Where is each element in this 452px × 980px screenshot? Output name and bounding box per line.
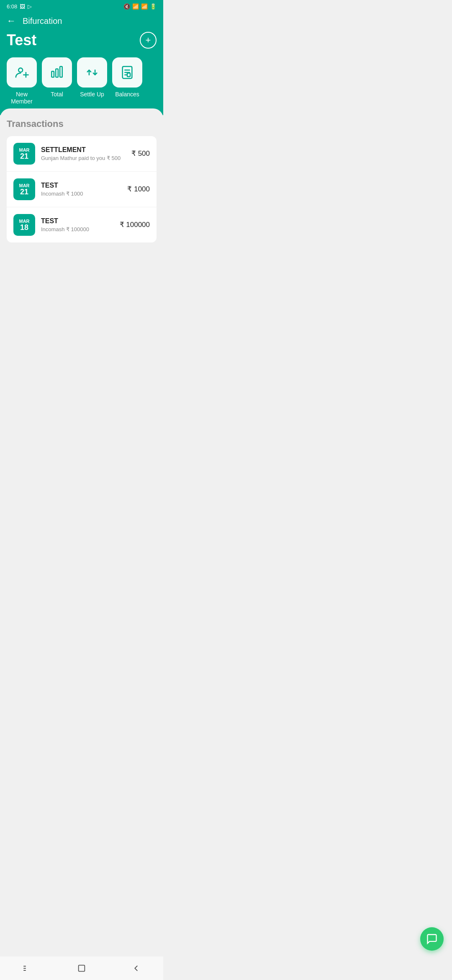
battery-icon: 🔋 [150,3,157,10]
date-month-3: Mar [19,219,29,224]
actions-row: NewMember Total Settle Up [7,57,157,115]
transaction-amount-1: ₹ 500 [131,149,150,158]
photo-icon: 🖼 [20,3,25,10]
signal-icon: 📶 [141,3,148,10]
transaction-info-3: TEST Incomash ₹ 100000 [41,217,114,232]
transactions-section-title: Transactions [7,119,157,129]
transaction-sub-2: Incomash ₹ 1000 [41,191,121,197]
transaction-list: Mar 21 SETTLEMENT Gunjan Mathur paid to … [7,136,157,242]
mute-icon: 🔇 [123,3,130,10]
date-day-2: 21 [20,188,28,196]
date-badge-3: Mar 18 [13,214,35,236]
status-left: 6:08 🖼 ▷ [7,3,32,10]
transaction-name-2: TEST [41,182,121,189]
page-title: Bifurcation [23,16,62,26]
status-bar: 6:08 🖼 ▷ 🔇 📶 📶 🔋 [0,0,163,11]
action-balances[interactable]: Balances [112,57,142,105]
transaction-info-1: SETTLEMENT Gunjan Mathur paid to you ₹ 5… [41,146,126,161]
header-nav: ← Bifurcation [7,15,157,26]
table-row[interactable]: Mar 18 TEST Incomash ₹ 100000 ₹ 100000 [7,207,157,242]
bar-chart-icon [50,65,64,80]
date-month-1: Mar [19,147,29,152]
header: ← Bifurcation Test + NewMember [0,11,163,115]
date-day-3: 18 [20,224,28,231]
balances-label: Balances [115,91,139,98]
content-area: Transactions Mar 21 SETTLEMENT Gunjan Ma… [0,108,163,360]
date-month-2: Mar [19,183,29,188]
table-row[interactable]: Mar 21 TEST Incomash ₹ 1000 ₹ 1000 [7,172,157,207]
status-time: 6:08 [7,3,17,10]
date-badge-2: Mar 21 [13,178,35,200]
settle-up-icon-box [77,57,107,88]
wifi-icon: 📶 [132,3,139,10]
document-icon [120,65,134,80]
group-title: Test [7,31,36,49]
transaction-name-3: TEST [41,217,114,225]
svg-rect-4 [56,69,58,77]
transaction-amount-3: ₹ 100000 [120,220,150,229]
plus-icon: + [146,35,151,46]
total-label: Total [51,91,63,98]
date-day-1: 21 [20,152,28,160]
svg-rect-3 [51,71,54,77]
action-new-member[interactable]: NewMember [7,57,37,105]
transaction-info-2: TEST Incomash ₹ 1000 [41,182,121,197]
svg-rect-5 [60,67,62,77]
header-content: Test + [7,31,157,49]
action-settle-up[interactable]: Settle Up [77,57,107,105]
transaction-sub-1: Gunjan Mathur paid to you ₹ 500 [41,155,126,161]
add-button[interactable]: + [140,32,157,49]
arrows-icon [85,65,99,80]
transaction-sub-3: Incomash ₹ 100000 [41,226,114,232]
svg-rect-10 [127,73,130,77]
total-icon-box [42,57,72,88]
status-right: 🔇 📶 📶 🔋 [123,3,157,10]
action-total[interactable]: Total [42,57,72,105]
new-member-label: NewMember [11,91,32,105]
back-button[interactable]: ← [7,15,16,26]
new-member-icon-box [7,57,37,88]
person-add-icon [15,65,29,80]
svg-point-0 [18,68,23,72]
transaction-amount-2: ₹ 1000 [127,185,150,193]
play-icon: ▷ [28,3,32,10]
balances-icon-box [112,57,142,88]
transaction-name-1: SETTLEMENT [41,146,126,154]
date-badge-1: Mar 21 [13,143,35,165]
settle-up-label: Settle Up [80,91,104,98]
table-row[interactable]: Mar 21 SETTLEMENT Gunjan Mathur paid to … [7,136,157,172]
